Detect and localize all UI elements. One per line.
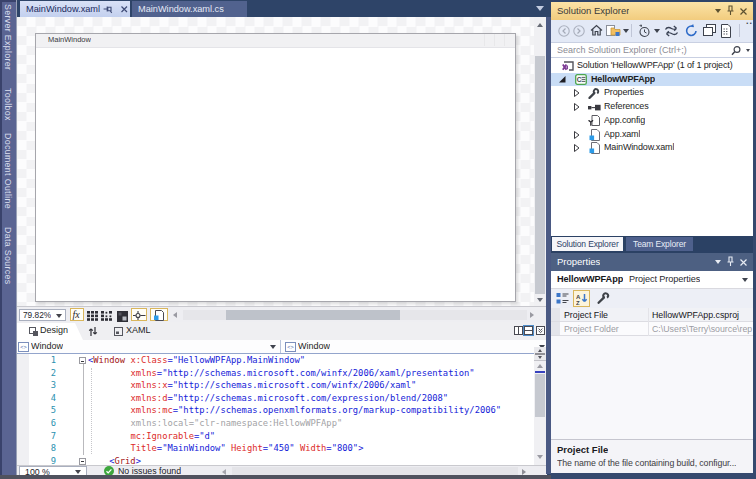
scrollbar-thumb[interactable] bbox=[226, 310, 400, 320]
auto-hide-pin-icon[interactable] bbox=[726, 256, 735, 268]
switch-views-icon[interactable] bbox=[606, 24, 621, 38]
property-row-project-file[interactable]: Project File HellowWPFApp.csproj bbox=[551, 308, 753, 322]
tab-xaml[interactable]: XAML bbox=[126, 325, 151, 335]
element-picker-left[interactable]: <> Window bbox=[17, 340, 281, 353]
sync-with-active-document-icon[interactable] bbox=[664, 25, 679, 37]
show-effects-button[interactable]: fx bbox=[70, 308, 84, 321]
properties-object-selector[interactable]: HellowWPFApp Project Properties bbox=[551, 271, 753, 289]
rail-tab-data-sources[interactable]: Data Sources bbox=[3, 227, 13, 285]
tree-item-app-xaml[interactable]: App.xaml bbox=[551, 128, 753, 142]
tree-item-references[interactable]: References bbox=[551, 100, 753, 114]
refresh-icon[interactable] bbox=[685, 24, 698, 38]
property-value[interactable]: HellowWPFApp.csproj bbox=[652, 308, 739, 322]
property-pages-wrench-icon[interactable] bbox=[597, 292, 610, 304]
dropdown-icon[interactable] bbox=[623, 29, 629, 33]
code-line[interactable]: xmlns:x="http://schemas.microsoft.com/wi… bbox=[88, 379, 416, 392]
scroll-down-icon[interactable] bbox=[537, 298, 543, 302]
code-line[interactable]: xmlns:mc="http://schemas.openxmlformats.… bbox=[88, 404, 501, 417]
fold-collapse-icon[interactable] bbox=[79, 357, 86, 364]
design-artboard-window[interactable]: MainWindow bbox=[35, 33, 516, 302]
xaml-code-editor[interactable]: 1<Window x:Class="HellowWPFApp.MainWindo… bbox=[17, 354, 534, 465]
solution-explorer-search[interactable]: Search Solution Explorer (Ctrl+;) bbox=[551, 42, 753, 58]
editor-hscroll-left-icon[interactable] bbox=[222, 469, 226, 475]
code-line[interactable]: xmlns="http://schemas.microsoft.com/winf… bbox=[88, 367, 475, 380]
code-line-row: 4 xmlns:d="http://schemas.microsoft.com/… bbox=[17, 392, 534, 405]
tree-item-app-config[interactable]: App.config bbox=[551, 114, 753, 128]
snap-to-grid-icon[interactable] bbox=[101, 311, 113, 321]
property-row-project-folder[interactable]: Project Folder C:\Users\Terry\source\rep bbox=[551, 322, 753, 336]
collapsed-icon[interactable] bbox=[574, 131, 580, 139]
editor-hscroll-right-icon[interactable] bbox=[522, 469, 526, 475]
code-token: Width bbox=[300, 443, 326, 453]
show-all-files-icon[interactable] bbox=[720, 24, 732, 38]
rail-tab-server-explorer[interactable]: Server Explorer bbox=[3, 4, 13, 70]
search-icon[interactable] bbox=[731, 46, 741, 56]
artboard-title: MainWindow bbox=[48, 35, 91, 44]
wpf-designer-surface[interactable]: MainWindow bbox=[17, 17, 534, 306]
scrollbar-thumb[interactable] bbox=[535, 56, 545, 294]
collapsed-icon[interactable] bbox=[574, 89, 580, 97]
code-line[interactable]: xmlns:d="http://schemas.microsoft.com/ex… bbox=[88, 392, 448, 405]
back-icon[interactable] bbox=[558, 25, 570, 37]
horizontal-split-button-active[interactable] bbox=[523, 325, 534, 336]
code-line[interactable]: xmlns:local="clr-namespace:HellowWPFApp" bbox=[88, 417, 342, 430]
designer-hscroll-right-icon[interactable] bbox=[530, 312, 534, 318]
collapsed-icon[interactable] bbox=[574, 144, 580, 152]
nest-related-files-icon[interactable] bbox=[703, 24, 716, 37]
pending-changes-filter-icon[interactable] bbox=[637, 24, 651, 38]
dropdown-icon[interactable] bbox=[746, 49, 750, 52]
show-grid-icon[interactable] bbox=[87, 311, 99, 321]
window-position-icon[interactable] bbox=[715, 260, 721, 264]
editor-split-handle[interactable] bbox=[534, 347, 546, 361]
alphabetical-sort-button-active[interactable]: A Z bbox=[573, 290, 590, 307]
rail-tab-document-outline[interactable]: Document Outline bbox=[3, 133, 13, 209]
snap-to-snaplines-button[interactable] bbox=[131, 308, 147, 321]
swap-panes-icon[interactable] bbox=[88, 326, 98, 337]
toggle-artboard-background-icon[interactable] bbox=[117, 311, 128, 322]
code-line[interactable]: <Window x:Class="HellowWPFApp.MainWindow… bbox=[88, 354, 305, 367]
properties-titlebar[interactable]: Properties bbox=[551, 253, 753, 271]
categorized-icon[interactable] bbox=[556, 292, 569, 305]
tree-item-solution[interactable]: Solution 'HellowWPFApp' (1 of 1 project) bbox=[551, 59, 753, 73]
designer-zoom-combobox[interactable]: 79.82% bbox=[19, 309, 66, 321]
scroll-up-icon[interactable] bbox=[537, 23, 543, 27]
designer-horizontal-scrollbar[interactable] bbox=[183, 310, 527, 320]
collapsed-icon[interactable] bbox=[574, 103, 580, 111]
designer-hscroll-left-icon[interactable] bbox=[173, 312, 177, 318]
expanded-icon[interactable] bbox=[559, 76, 566, 83]
tree-item-mainwindow-xaml[interactable]: MainWindow.xaml bbox=[551, 141, 753, 155]
toolbar-overflow-icon[interactable]: .. bbox=[746, 16, 753, 26]
pin-icon[interactable] bbox=[103, 4, 113, 14]
home-icon[interactable] bbox=[590, 24, 603, 37]
forward-icon[interactable] bbox=[573, 25, 585, 37]
tab-team-explorer[interactable]: Team Explorer bbox=[626, 237, 693, 251]
code-line[interactable]: mc:Ignorable="d" bbox=[88, 430, 215, 443]
code-line[interactable]: Title="MainWindow" Height="450" Width="8… bbox=[88, 442, 363, 455]
auto-hide-pin-icon[interactable] bbox=[726, 5, 735, 17]
close-icon[interactable] bbox=[739, 258, 748, 267]
document-well-dropdown-icon[interactable] bbox=[536, 6, 544, 11]
disable-project-code-button[interactable] bbox=[150, 308, 168, 321]
collapse-pane-icon[interactable] bbox=[536, 326, 545, 335]
window-position-icon[interactable] bbox=[715, 9, 721, 13]
solution-explorer-titlebar[interactable]: Solution Explorer bbox=[551, 2, 753, 20]
property-value[interactable]: C:\Users\Terry\source\rep bbox=[652, 322, 753, 336]
designer-vertical-scrollbar[interactable] bbox=[534, 17, 546, 306]
tree-item-properties[interactable]: Properties bbox=[551, 86, 753, 100]
scroll-up-icon[interactable] bbox=[537, 364, 543, 368]
tab-solution-explorer-active[interactable]: Solution Explorer bbox=[552, 237, 623, 251]
tab-mainwindow-xaml-cs[interactable]: MainWindow.xaml.cs bbox=[132, 1, 247, 17]
tree-item-project[interactable]: C HellowWPFApp bbox=[551, 73, 753, 87]
close-icon[interactable] bbox=[739, 7, 748, 16]
scroll-down-icon[interactable] bbox=[537, 455, 543, 459]
editor-horizontal-scrollbar[interactable] bbox=[232, 467, 518, 475]
vertical-split-icon[interactable] bbox=[514, 326, 523, 335]
tab-mainwindow-xaml[interactable]: MainWindow.xaml bbox=[20, 1, 130, 17]
element-picker-right[interactable]: <> Window bbox=[281, 340, 547, 353]
editor-vertical-scrollbar[interactable] bbox=[534, 347, 546, 465]
scrollbar-thumb[interactable] bbox=[535, 374, 545, 417]
close-tab-icon[interactable] bbox=[120, 5, 129, 14]
fold-collapse-icon[interactable] bbox=[79, 458, 86, 465]
dropdown-icon[interactable] bbox=[654, 29, 660, 33]
rail-tab-toolbox[interactable]: Toolbox bbox=[3, 88, 13, 121]
